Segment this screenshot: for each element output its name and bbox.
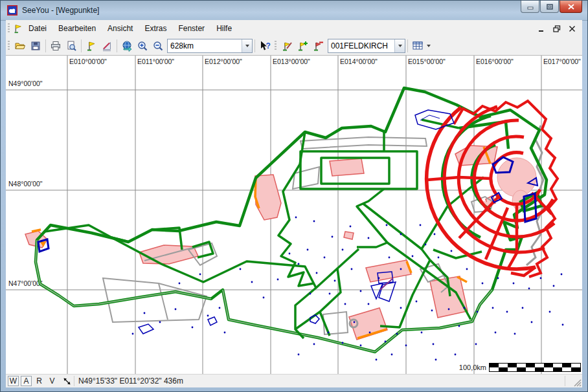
maximize-button[interactable]: [540, 1, 559, 13]
goto-button[interactable]: [119, 38, 135, 54]
client-area: Datei Bearbeiten Ansicht Extras Fenster …: [6, 20, 582, 387]
waypoint-combobox[interactable]: 001FELDKIRCH: [328, 39, 405, 53]
scale-checker-bar: [489, 363, 581, 372]
svg-text:E010°00'00": E010°00'00": [69, 58, 107, 65]
globe-icon: [121, 40, 133, 52]
waypoint-edit-icon: [281, 40, 293, 52]
task-button[interactable]: [99, 38, 115, 54]
country-border-inner: [36, 240, 492, 352]
zoom-level-value: 628km: [168, 41, 242, 50]
toolbar-separator: [254, 39, 255, 52]
svg-text:E014°00'00": E014°00'00": [340, 58, 378, 65]
svg-text:N47°00'00": N47°00'00": [8, 279, 43, 287]
resize-grip[interactable]: [572, 378, 582, 387]
zoom-out-button[interactable]: [150, 38, 166, 54]
scale-label: 100,0km: [459, 364, 486, 371]
airspace-sectors-green: [45, 120, 484, 338]
mdi-minimize-icon[interactable]: [538, 25, 545, 32]
map-canvas[interactable]: E010°00'00" E011°00'00" E012°00'00" E013…: [6, 56, 582, 375]
table-grid-dropdown-icon[interactable]: [427, 45, 431, 47]
delete-waypoint-button[interactable]: [310, 38, 326, 54]
menu-ansicht[interactable]: Ansicht: [102, 21, 139, 36]
svg-text:E013°00'00": E013°00'00": [273, 58, 310, 65]
close-icon: [568, 4, 574, 10]
context-help-button[interactable]: ?: [257, 38, 273, 54]
print-preview-icon: [65, 40, 77, 52]
mode-button-r[interactable]: R: [34, 376, 45, 386]
zoom-level-combobox[interactable]: 628km: [167, 39, 253, 53]
map-area[interactable]: E010°00'00" E011°00'00" E012°00'00" E013…: [6, 55, 582, 375]
toolbar-separator: [117, 39, 117, 52]
pan-arrows-icon: [63, 377, 71, 386]
waypoint-list-button[interactable]: [410, 38, 425, 54]
zoom-in-icon: [137, 40, 148, 52]
waypoint-flag-icon: [85, 40, 97, 52]
menu-fenster[interactable]: Fenster: [172, 21, 210, 36]
open-file-button[interactable]: [12, 38, 28, 54]
svg-text:E016°00'00": E016°00'00": [476, 58, 514, 65]
mode-button-v[interactable]: V: [47, 376, 58, 386]
print-preview-button[interactable]: [63, 38, 79, 54]
svg-text:E015°00'00": E015°00'00": [408, 58, 446, 65]
mode-button-a[interactable]: A: [21, 376, 32, 386]
menu-hilfe[interactable]: Hilfe: [210, 21, 238, 36]
edit-waypoint-button[interactable]: [279, 38, 295, 54]
waypoint-delete-icon: [312, 40, 324, 52]
menubar-grip[interactable]: [8, 23, 10, 34]
svg-text:N49°00'00": N49°00'00": [8, 80, 43, 87]
open-folder-icon: [14, 40, 26, 52]
printer-icon: [50, 40, 62, 52]
window-title: SeeYou - [Wegpunkte]: [22, 1, 99, 20]
chevron-down-icon: [245, 45, 249, 47]
print-button[interactable]: [48, 38, 63, 54]
save-icon: [30, 40, 41, 52]
app-window: SeeYou - [Wegpunkte] Datei Bearbeiten: [0, 0, 588, 392]
menu-bearbeiten[interactable]: Bearbeiten: [52, 21, 102, 36]
toolbar-separator: [45, 39, 46, 52]
mode-button-w[interactable]: W: [8, 376, 19, 386]
menu-bar: Datei Bearbeiten Ansicht Extras Fenster …: [6, 20, 582, 37]
help-cursor-icon: ?: [259, 40, 271, 52]
toolbar: 628km ?: [6, 37, 582, 56]
toolbar-separator: [407, 39, 408, 52]
minimize-button[interactable]: [521, 1, 539, 13]
document-flag-icon[interactable]: [12, 23, 23, 34]
waypoint-button[interactable]: [84, 38, 99, 54]
close-button[interactable]: [560, 1, 582, 13]
toolbar-grip[interactable]: [275, 41, 277, 51]
toolbar-separator: [81, 39, 82, 52]
svg-text:?: ?: [266, 41, 271, 50]
svg-text:N48°00'00": N48°00'00": [8, 180, 43, 188]
table-grid-icon: [412, 40, 424, 52]
map-scale-bar: 100,0km: [459, 363, 581, 372]
menu-extras[interactable]: Extras: [139, 21, 172, 36]
zoom-level-dropdown[interactable]: [242, 39, 252, 52]
status-bar: W A R V N49°15'33" E011°20'32" 436m: [6, 374, 582, 387]
waypoint-value: 001FELDKIRCH: [328, 41, 394, 50]
title-bar[interactable]: SeeYou - [Wegpunkte]: [1, 1, 587, 21]
minimize-icon: [527, 4, 534, 10]
mdi-close-icon[interactable]: [569, 25, 576, 32]
waypoint-add-icon: [297, 40, 308, 52]
waypoint-dropdown[interactable]: [394, 39, 405, 52]
zoom-out-icon: [152, 40, 164, 52]
save-button[interactable]: [28, 38, 43, 54]
maximize-icon: [547, 4, 553, 10]
status-right-panel: [565, 376, 582, 386]
cursor-coordinates: N49°15'33" E011°20'32" 436m: [74, 376, 565, 386]
svg-text:E012°00'00": E012°00'00": [205, 58, 242, 65]
add-waypoint-button[interactable]: [295, 38, 310, 54]
task-ruler-icon: [101, 40, 113, 52]
toolbar-grip[interactable]: [8, 41, 10, 51]
mdi-restore-icon[interactable]: [553, 25, 561, 32]
chevron-down-icon: [398, 45, 402, 47]
zoom-in-button[interactable]: [135, 38, 150, 54]
app-icon: [7, 5, 17, 16]
menu-datei[interactable]: Datei: [23, 21, 52, 36]
svg-text:E011°00'00": E011°00'00": [137, 58, 174, 65]
svg-text:E017°00'00": E017°00'00": [543, 58, 581, 65]
